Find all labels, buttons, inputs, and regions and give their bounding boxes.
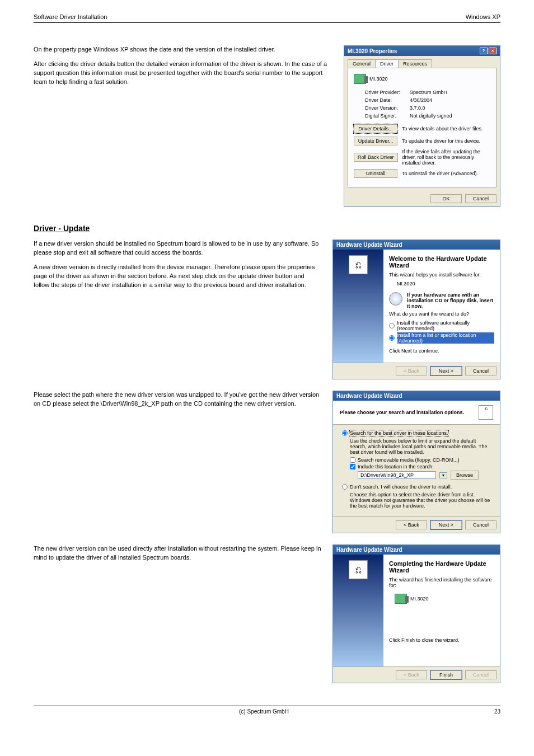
path-input[interactable] — [358, 471, 436, 479]
checkbox-label: Search removable media (floppy, CD-ROM..… — [358, 457, 459, 463]
intro-p2: After clicking the driver details button… — [34, 60, 332, 87]
prop-label: Driver Version: — [365, 105, 410, 111]
prop-value: 3.7.0.0 — [410, 105, 425, 111]
tab-driver[interactable]: Driver — [375, 59, 399, 68]
back-button: < Back — [396, 670, 427, 679]
device-icon — [395, 594, 407, 604]
device-icon — [354, 74, 366, 84]
wizard-titlebar: Hardware Update Wizard — [333, 240, 500, 250]
driver-details-button[interactable]: Driver Details... — [354, 124, 397, 133]
btn-desc: To view details about the driver files. — [402, 126, 490, 132]
content-text-2: Please select the path where the new dri… — [34, 391, 321, 414]
page-header: Software Driver Installation Windows XP — [34, 13, 500, 23]
page-footer: (c) Spectrum GmbH 23 — [34, 706, 500, 715]
prop-value: Spectrum GmbH — [410, 90, 447, 95]
wizard-complete: Hardware Update Wizard ⎌ Completing the … — [332, 544, 500, 683]
uninstall-button[interactable]: Uninstall — [354, 169, 397, 178]
intro-text: On the property page Windows XP shows th… — [34, 45, 332, 207]
radio-dont-search[interactable] — [342, 484, 348, 490]
wizard-heading: Welcome to the Hardware Update Wizard — [389, 255, 494, 269]
para2: A new driver version is directly install… — [34, 263, 321, 290]
dialog-title: MI.3020 Properties — [348, 48, 397, 54]
wizard-search: Hardware Update Wizard Please choose you… — [332, 391, 500, 533]
back-button[interactable]: < Back — [396, 520, 427, 529]
wizard-sidebar: ⎌ — [333, 555, 383, 666]
help-icon[interactable]: ? — [480, 48, 488, 54]
wizard-heading: Please choose your search and installati… — [340, 410, 464, 415]
wizard-heading: Completing the Hardware Update Wizard — [389, 560, 494, 574]
para4: The new driver version can be used direc… — [34, 544, 321, 562]
update-driver-button[interactable]: Update Driver... — [354, 137, 397, 145]
footer-page: 23 — [494, 708, 500, 715]
wizard-titlebar: Hardware Update Wizard — [333, 391, 500, 401]
cancel-button[interactable]: Cancel — [465, 520, 496, 529]
ok-button[interactable]: OK — [430, 194, 462, 203]
radio-label: Don't search. I will choose the driver t… — [350, 484, 452, 490]
intro-p1: On the property page Windows XP shows th… — [34, 45, 332, 54]
rollback-driver-button[interactable]: Roll Back Driver — [354, 153, 398, 162]
wizard-device: MI.3020 — [410, 596, 429, 602]
tab-strip: General Driver Resources — [348, 59, 496, 68]
dropdown-icon[interactable]: ▾ — [439, 472, 447, 478]
prop-value: 4/30/2004 — [410, 97, 432, 103]
para1: If a new driver version should be instal… — [34, 240, 321, 257]
next-button[interactable]: Next > — [430, 367, 462, 375]
close-icon[interactable]: × — [489, 48, 496, 54]
wizard-question: What do you want the wizard to do? — [389, 311, 494, 317]
wizard-main: Welcome to the Hardware Update Wizard Th… — [383, 250, 500, 363]
radio-label: Install the software automatically (Reco… — [397, 320, 494, 331]
tab-resources[interactable]: Resources — [398, 59, 432, 68]
btn-desc: To uninstall the driver (Advanced). — [402, 171, 490, 176]
prop-label: Driver Provider: — [365, 90, 410, 95]
wizard-note: If your hardware came with an installati… — [407, 292, 494, 309]
radio-advanced[interactable] — [389, 335, 395, 341]
content-text-1: If a new driver version should be instal… — [34, 240, 321, 295]
checkbox-location[interactable] — [350, 464, 355, 469]
prop-label: Driver Date: — [365, 97, 410, 103]
cancel-button: Cancel — [465, 670, 496, 679]
device-name: MI.3020 — [369, 76, 388, 82]
finish-button[interactable]: Finish — [430, 670, 462, 679]
back-button: < Back — [396, 367, 427, 375]
wizard-title: Hardware Update Wizard — [336, 393, 402, 399]
wizard-device: MI.3020 — [389, 281, 494, 287]
wizard-click: Click Finish to close the wizard. — [389, 637, 494, 643]
wizard-graphic-icon: ⎌ — [349, 560, 368, 579]
wizard-sub: This wizard helps you install software f… — [389, 272, 494, 278]
radio-search[interactable] — [342, 430, 348, 436]
tab-body: MI.3020 Driver Provider:Spectrum GmbH Dr… — [348, 68, 496, 187]
wizard-graphic-icon: ⎌ — [349, 255, 368, 274]
wizard-click: Click Next to continue. — [389, 348, 494, 354]
tab-general[interactable]: General — [348, 59, 376, 68]
radio-label: Install from a list or specific location… — [397, 332, 494, 344]
para3: Please select the path where the new dri… — [34, 391, 321, 408]
wizard-content: Search for the best driver in these loca… — [333, 425, 500, 516]
prop-value: Not digitally signed — [410, 113, 452, 119]
wizard-titlebar: Hardware Update Wizard — [333, 545, 500, 555]
prop-label: Digital Signer: — [365, 113, 410, 119]
btn-desc: If the device fails after updating the d… — [402, 149, 490, 166]
properties-dialog: MI.3020 Properties ? × General Driver Re… — [344, 45, 500, 207]
radio-auto[interactable] — [389, 323, 395, 328]
cd-icon — [389, 292, 402, 306]
wizard-title: Hardware Update Wizard — [336, 242, 402, 248]
wizard-title: Hardware Update Wizard — [336, 547, 402, 553]
header-right: Windows XP — [466, 13, 500, 20]
wizard-main: Completing the Hardware Update Wizard Th… — [383, 555, 500, 666]
radio-label: Search for the best driver in these loca… — [350, 430, 448, 436]
dialog-titlebar: MI.3020 Properties ? × — [344, 46, 500, 56]
wizard-graphic-icon: ⎌ — [479, 405, 493, 420]
opt-desc: Use the check boxes below to limit or ex… — [350, 438, 491, 455]
cancel-button[interactable]: Cancel — [465, 367, 496, 375]
content-text-3: The new driver version can be used direc… — [34, 544, 321, 568]
section-heading: Driver - Update — [34, 224, 500, 233]
wizard-sidebar: ⎌ — [333, 250, 383, 363]
next-button[interactable]: Next > — [430, 520, 462, 529]
checkbox-removable[interactable] — [350, 457, 355, 463]
footer-center: (c) Spectrum GmbH — [239, 708, 289, 715]
browse-button[interactable]: Browse — [451, 471, 479, 480]
cancel-button[interactable]: Cancel — [465, 194, 496, 203]
btn-desc: To update the driver for this device. — [402, 138, 490, 144]
checkbox-label: Include this location in the search: — [358, 464, 434, 469]
wizard-welcome: Hardware Update Wizard ⎌ Welcome to the … — [332, 240, 500, 379]
